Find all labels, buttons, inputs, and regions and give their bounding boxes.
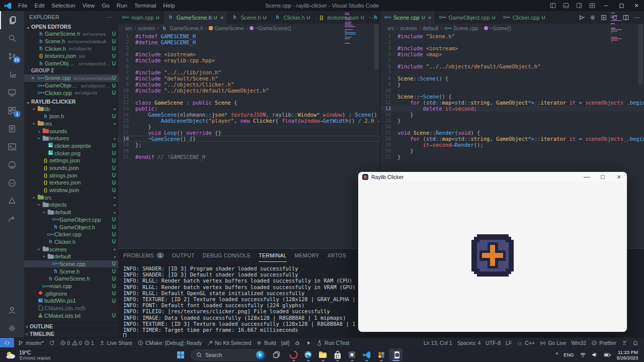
- activity-live-share-icon[interactable]: [0, 120, 24, 138]
- game-canvas[interactable]: [358, 182, 627, 332]
- tree-item-clicker.aseprite[interactable]: clicker.asepriteU: [24, 142, 118, 150]
- editor-action-run-drop-icon[interactable]: [577, 12, 587, 23]
- code-editor-right[interactable]: 1#include "Scene.h"23#include <iostream>…: [380, 33, 644, 160]
- code-line[interactable]: 12class GameScene : public Scene {: [118, 100, 380, 106]
- tab-Scene.cpp[interactable]: C++Scene.cpp U ×: [380, 11, 435, 24]
- code-line[interactable]: 20: [118, 148, 380, 154]
- tab-GameScene.h[interactable]: hGameScene.h U ×: [164, 11, 228, 24]
- live-share[interactable]: Live Share: [97, 338, 135, 347]
- editor-action-gear-sm-icon[interactable]: [588, 12, 598, 23]
- activity-explorer-icon[interactable]: [0, 11, 24, 29]
- open-editors-header[interactable]: ⌄ OPEN EDITORS: [24, 23, 118, 30]
- taskbar-search[interactable]: Search b: [191, 349, 266, 360]
- code-line[interactable]: 13public:: [118, 106, 380, 112]
- breadcrumb-item[interactable]: src: [387, 25, 394, 31]
- tree-item-src[interactable]: ›src●: [24, 194, 118, 201]
- breadcrumb-item[interactable]: ~Scene(): [484, 25, 511, 31]
- editor-action-install-icon[interactable]: [599, 12, 609, 23]
- code-line[interactable]: 15 AddSceneObject("player", new Clicker{…: [118, 118, 380, 124]
- minimap-right[interactable]: [611, 13, 623, 44]
- code-line[interactable]: 4#include <map>: [380, 51, 644, 57]
- outline-section[interactable]: ›OUTLINE: [24, 322, 118, 330]
- project-root-header[interactable]: ⌄ RAYLIB-CLICKER: [24, 98, 118, 105]
- open-editor-item[interactable]: hScene.hsrc\scenes\default U: [24, 38, 118, 45]
- tab-Clicker.cpp[interactable]: C++Clicker.cpp U: [500, 11, 549, 24]
- code-line[interactable]: 12 for (std::map<std::string, GameObject…: [380, 100, 644, 106]
- code-line[interactable]: 9}: [380, 81, 644, 87]
- tree-item-Clicker.cpp[interactable]: C++Clicker.cppU: [24, 231, 118, 238]
- breadcrumb-item[interactable]: scenes: [400, 25, 417, 31]
- code-line[interactable]: 21#endif // !GAMESCENE_H: [118, 154, 380, 160]
- breadcrumb-right[interactable]: src›scenes›default›C++Scene.cpp›~Scene(): [380, 24, 644, 33]
- code-line[interactable]: 11: [118, 94, 380, 100]
- toggle-panel-icon[interactable]: [559, 0, 573, 11]
- code-line[interactable]: 3: [118, 45, 380, 51]
- sidebar-more-icon[interactable]: ···: [106, 14, 113, 20]
- code-line[interactable]: 6: [118, 63, 380, 69]
- code-line[interactable]: 18 for (std::map<std::string, GameObject…: [380, 136, 644, 142]
- taskbar-app-store[interactable]: [331, 348, 344, 361]
- open-editor-item[interactable]: hGameScene.hsrc\scenes U: [24, 30, 118, 38]
- raylib-clicker-window[interactable]: Raylib Clicker — ×: [358, 172, 627, 332]
- activity-github-icon[interactable]: [0, 156, 24, 174]
- minimap-left[interactable]: [345, 13, 357, 44]
- breadcrumb-item[interactable]: ~GameScene(): [250, 25, 291, 31]
- editor-action-more-icon[interactable]: [632, 12, 642, 23]
- menu-terminal[interactable]: Terminal: [131, 3, 159, 9]
- tray-expand-icon[interactable]: ^: [555, 352, 558, 357]
- panel-tab-xrtos[interactable]: XRTOS: [328, 249, 346, 262]
- notifications[interactable]: [630, 338, 641, 347]
- activity-account-icon[interactable]: [0, 301, 24, 319]
- code-line[interactable]: 21}: [380, 154, 644, 160]
- code-line[interactable]: 18 ~GameScene() {}: [118, 136, 380, 142]
- tree-item-buildWin.ps1[interactable]: buildWin.ps1U: [24, 297, 118, 305]
- maximize-button[interactable]: [614, 0, 629, 11]
- code-line[interactable]: 6#include "../../objects/default/GameObj…: [380, 63, 644, 69]
- open-editor-item[interactable]: {}textures.jsonres U: [24, 52, 118, 60]
- open-editor-item[interactable]: hClicker.hsrc\objects U: [24, 45, 118, 52]
- code-line[interactable]: 5: [380, 57, 644, 63]
- git-branch[interactable]: master*: [15, 338, 46, 347]
- code-line[interactable]: 11Scene::~Scene() {: [380, 94, 644, 100]
- tree-item-textures.json[interactable]: {}textures.jsonU: [24, 179, 118, 187]
- code-line[interactable]: 19};: [118, 142, 380, 148]
- menu-run[interactable]: Run: [113, 3, 131, 9]
- sync[interactable]: [46, 338, 57, 347]
- code-line[interactable]: 13 delete it→second;: [380, 106, 644, 112]
- breadcrumb-item[interactable]: hGameScene.h: [160, 25, 203, 31]
- game-maximize-button[interactable]: [595, 172, 611, 182]
- activity-share-icon[interactable]: [0, 210, 24, 228]
- weather-widget[interactable]: 19°C Έντονες νεφώσ.: [0, 349, 80, 360]
- code-line[interactable]: 14 }: [380, 112, 644, 118]
- platform[interactable]: Win32: [569, 338, 589, 347]
- tree-item-Scene.cpp[interactable]: C++Scene.cppU: [24, 260, 118, 268]
- panel-tab-debug-console[interactable]: DEBUG CONSOLE: [203, 249, 251, 262]
- tree-item-res[interactable]: ›res●: [24, 120, 118, 128]
- start-button[interactable]: [174, 348, 187, 361]
- code-line[interactable]: 7#include "../../lib/json.h": [118, 69, 380, 75]
- open-editor-item[interactable]: C++Clicker.cppsrc\objects U: [24, 89, 118, 97]
- tab-main.cpp[interactable]: C++main.cpp U: [118, 11, 164, 24]
- code-line[interactable]: 17void Scene::Render(void) {: [380, 130, 644, 136]
- tab-GameObject.cpp[interactable]: C++GameObject.cpp U: [435, 11, 499, 24]
- code-line[interactable]: 10: [380, 87, 644, 94]
- volume-icon[interactable]: [592, 352, 598, 357]
- tree-item-scenes[interactable]: ›scenes●: [24, 245, 118, 253]
- taskbar-app-browser[interactable]: [287, 348, 300, 361]
- cmake-build[interactable]: Build: [254, 338, 278, 347]
- breadcrumb-item[interactable]: scenes: [138, 25, 154, 31]
- activity-terminal-icon[interactable]: [0, 138, 24, 156]
- menu-help[interactable]: Help: [159, 3, 179, 9]
- menu-file[interactable]: File: [15, 3, 31, 9]
- feedback[interactable]: [619, 338, 630, 347]
- menu-selection[interactable]: Selection: [48, 3, 78, 9]
- task-view-button[interactable]: [270, 348, 283, 361]
- cmake-target[interactable]: [all]: [279, 338, 292, 347]
- close-icon[interactable]: ×: [31, 75, 36, 81]
- open-editor-item[interactable]: C++GameObject.cppsrc\objects\default U: [24, 82, 118, 89]
- tree-item-window.json[interactable]: {}window.jsonU: [24, 187, 118, 194]
- battery-icon[interactable]: [604, 352, 611, 357]
- code-line[interactable]: 16 }: [118, 124, 380, 130]
- close-button[interactable]: ×: [629, 0, 644, 11]
- clicker-button-sprite[interactable]: [471, 234, 514, 277]
